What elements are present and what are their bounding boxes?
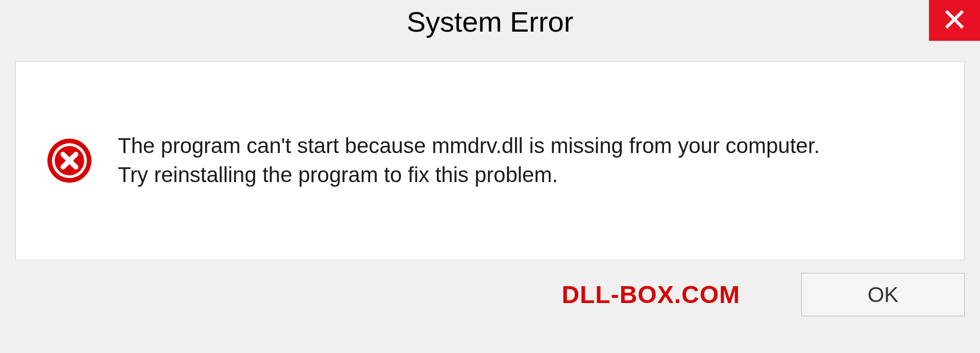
content-panel: The program can't start because mmdrv.dl… — [15, 61, 965, 260]
error-message-line1: The program can't start because mmdrv.dl… — [118, 132, 934, 161]
error-message-line2: Try reinstalling the program to fix this… — [118, 161, 934, 190]
error-message: The program can't start because mmdrv.dl… — [118, 132, 934, 189]
ok-button[interactable]: OK — [801, 273, 965, 316]
close-icon — [944, 9, 965, 32]
dialog-title: System Error — [407, 5, 574, 38]
ok-button-label: OK — [868, 283, 899, 307]
bottom-bar: DLL-BOX.COM OK — [0, 260, 980, 316]
watermark-text: DLL-BOX.COM — [561, 281, 740, 309]
title-bar: System Error — [0, 0, 980, 51]
error-icon — [46, 138, 92, 184]
close-button[interactable] — [929, 0, 980, 41]
